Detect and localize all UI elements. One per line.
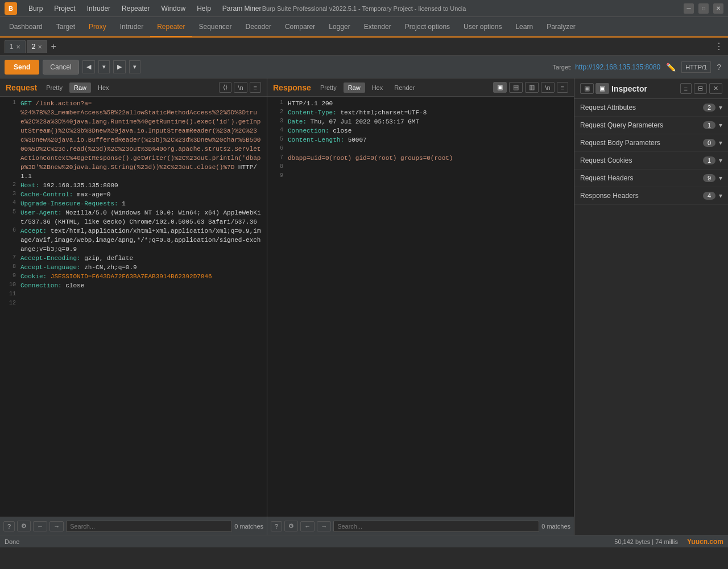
watermark: Yuucn.com	[687, 538, 723, 546]
response-view-split3[interactable]: ▥	[525, 82, 539, 93]
response-code-area[interactable]: 1 HTTP/1.1 200 2 Content-Type: text/html…	[267, 97, 574, 517]
inspector-view-2[interactable]: ▣	[595, 83, 609, 94]
response-tab-render[interactable]: Render	[390, 83, 419, 93]
request-search-button[interactable]: \n	[234, 82, 247, 93]
tab-project-options[interactable]: Project options	[398, 17, 457, 36]
inspector-label-5: Response Headers	[580, 192, 703, 200]
http-version-selector[interactable]: HTTP/1	[681, 61, 711, 73]
edit-target-button[interactable]: ✏️	[664, 60, 678, 74]
inspector-row-1[interactable]: Request Query Parameters 1 ▾	[574, 117, 728, 134]
send-button[interactable]: Send	[5, 60, 39, 75]
request-format-button[interactable]: ⟨⟩	[219, 82, 231, 93]
menu-param-miner[interactable]: Param Miner	[220, 3, 264, 14]
request-tab-hex[interactable]: Hex	[93, 83, 114, 93]
repeater-tab-2[interactable]: 2 ✕	[27, 40, 48, 53]
tab-logger[interactable]: Logger	[322, 17, 357, 36]
inspector-row-2[interactable]: Request Body Parameters 0 ▾	[574, 134, 728, 152]
menu-window[interactable]: Window	[159, 3, 188, 14]
req-line-1: 1 GET /link.action?a=	[0, 99, 267, 108]
req-line-7: 7 Accept-Encoding: gzip, deflate	[0, 254, 267, 263]
repeater-tabs: 1 ✕ 2 ✕ + ⋮	[0, 38, 728, 56]
inspector-row-0[interactable]: Request Attributes 2 ▾	[574, 99, 728, 117]
minimize-button[interactable]: ─	[684, 3, 694, 14]
response-view-split2[interactable]: ▤	[509, 82, 523, 93]
response-tab-pretty[interactable]: Pretty	[316, 83, 341, 93]
tab-learn[interactable]: Learn	[508, 17, 540, 36]
inspector-title: Inspector	[611, 84, 647, 93]
nav-arrow-drop[interactable]: ▾	[98, 60, 110, 73]
menu-intruder[interactable]: Intruder	[85, 3, 113, 14]
response-tab-hex[interactable]: Hex	[367, 83, 388, 93]
close-button[interactable]: ✕	[713, 3, 723, 14]
request-search-next[interactable]: →	[49, 521, 64, 531]
resp-line-2: 2 Content-Type: text/html;charset=UTF-8	[267, 108, 574, 117]
menu-help[interactable]: Help	[195, 3, 213, 14]
tab-comparer[interactable]: Comparer	[278, 17, 322, 36]
inspector-row-3[interactable]: Request Cookies 1 ▾	[574, 152, 728, 170]
inspector-arrow-0: ▾	[719, 104, 722, 112]
tab-intruder[interactable]: Intruder	[113, 17, 150, 36]
response-search-button[interactable]: \n	[541, 82, 554, 93]
repeater-menu-button[interactable]: ⋮	[714, 41, 723, 52]
request-more-button[interactable]: ≡	[250, 82, 261, 93]
menu-project[interactable]: Project	[52, 3, 77, 14]
tab-target[interactable]: Target	[49, 17, 82, 36]
inspector-arrow-4: ▾	[719, 174, 722, 182]
req-line-6: 6 Accept: text/html,application/xhtml+xm…	[0, 226, 267, 254]
repeater-tab-1[interactable]: 1 ✕	[5, 40, 26, 53]
cancel-button[interactable]: Cancel	[43, 60, 78, 75]
req-line-1-cont: %24%7B%23_memberAccess%5B%22allowStaticM…	[0, 108, 267, 181]
request-search-settings[interactable]: ⚙	[17, 521, 31, 531]
repeater-tab-2-close[interactable]: ✕	[38, 44, 42, 50]
app-title: Burp Suite Professional v2022.5.1 - Temp…	[262, 5, 466, 12]
response-view-split1[interactable]: ▣	[493, 82, 507, 93]
inspector-row-4[interactable]: Request Headers 9 ▾	[574, 170, 728, 187]
tab-repeater[interactable]: Repeater	[150, 18, 192, 37]
request-search-input[interactable]	[66, 521, 232, 532]
response-search-settings[interactable]: ⚙	[284, 521, 298, 531]
inspector-row-5[interactable]: Response Headers 4 ▾	[574, 187, 728, 205]
nav-forward-drop[interactable]: ▾	[129, 60, 140, 73]
request-search-prev[interactable]: ←	[33, 521, 47, 531]
maximize-button[interactable]: □	[698, 3, 709, 14]
tab-proxy[interactable]: Proxy	[82, 17, 113, 36]
request-search-help[interactable]: ?	[3, 521, 15, 531]
response-search-next[interactable]: →	[317, 521, 331, 531]
request-tab-pretty[interactable]: Pretty	[42, 83, 67, 93]
nav-back-button[interactable]: ◀	[82, 60, 95, 73]
inspector-view-1[interactable]: ▣	[580, 83, 594, 94]
inspector-close-button[interactable]: ✕	[709, 83, 722, 94]
inspector-label-2: Request Body Parameters	[580, 139, 703, 147]
response-tab-raw[interactable]: Raw	[344, 83, 365, 93]
inspector-label-1: Request Query Parameters	[580, 121, 703, 129]
request-tab-raw[interactable]: Raw	[69, 83, 91, 93]
add-tab-button[interactable]: +	[48, 39, 58, 54]
response-search-bar: ? ⚙ ← → 0 matches	[267, 517, 574, 535]
inspector-format-button[interactable]: ≡	[680, 83, 692, 94]
menu-burp[interactable]: Burp	[26, 3, 45, 14]
tab-user-options[interactable]: User options	[457, 17, 508, 36]
response-search-help[interactable]: ?	[271, 521, 282, 531]
title-bar-left: B Burp Project Intruder Repeater Window …	[5, 2, 264, 15]
tab-sequencer[interactable]: Sequencer	[192, 17, 239, 36]
tab-extender[interactable]: Extender	[357, 17, 398, 36]
tab-decoder[interactable]: Decoder	[239, 17, 278, 36]
help-button[interactable]: ?	[714, 60, 723, 74]
menu-repeater[interactable]: Repeater	[119, 3, 152, 14]
resp-line-4: 4 Connection: close	[267, 126, 574, 135]
response-search-input[interactable]	[333, 521, 539, 532]
inspector-label-4: Request Headers	[580, 174, 703, 182]
resp-line-3: 3 Date: Thu, 07 Jul 2022 05:53:17 GMT	[267, 117, 574, 126]
response-title: Response	[273, 83, 311, 92]
response-more-button[interactable]: ≡	[557, 82, 568, 93]
tab-dashboard[interactable]: Dashboard	[2, 17, 49, 36]
inspector-arrow-2: ▾	[719, 139, 722, 147]
request-code-area[interactable]: 1 GET /link.action?a= %24%7B%23_memberAc…	[0, 97, 267, 517]
nav-forward-button[interactable]: ▶	[113, 60, 126, 73]
inspector-split-button[interactable]: ⊟	[694, 83, 707, 94]
repeater-tab-1-close[interactable]: ✕	[16, 44, 20, 50]
tab-paralyzer[interactable]: Paralyzer	[540, 17, 582, 36]
inspector-count-0: 2	[703, 104, 715, 112]
status-done: Done	[5, 538, 19, 545]
response-search-prev[interactable]: ←	[300, 521, 315, 531]
